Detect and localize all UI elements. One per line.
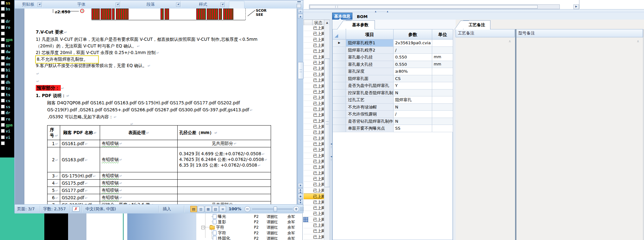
scroll-caret-icon[interactable]: ∧ (637, 39, 639, 43)
grid-header-param[interactable]: 参数 (394, 29, 432, 40)
status-row[interactable]: 已上网 (304, 234, 324, 240)
row-selector[interactable] (333, 111, 346, 118)
param-value-cell[interactable]: 2v35619pa0.cvia (394, 40, 432, 47)
param-value-cell[interactable]: / (394, 47, 432, 54)
next-page-icon[interactable]: ▼▼ (298, 199, 303, 204)
status-row[interactable]: 已上网 (304, 182, 324, 188)
param-grid-row[interactable]: 控深盲孔是否阻焊塞孔制作N (333, 89, 453, 97)
layer-checkbox-icon[interactable] (1, 68, 5, 72)
status-row[interactable]: 已上网 (304, 118, 324, 124)
insert-mode[interactable]: 插入 (163, 205, 171, 213)
layer-item[interactable]: bi (6, 68, 10, 73)
layer-item[interactable]: gpm (6, 37, 13, 43)
status-row[interactable]: 已上网 (304, 136, 324, 141)
param-unit-cell[interactable] (432, 68, 453, 75)
ribbon-group-paragraph[interactable]: 段落 (121, 2, 180, 7)
param-unit-cell[interactable] (432, 125, 453, 132)
param-grid-row[interactable]: 阻焊塞孔程序2/ (333, 47, 453, 54)
param-value-cell[interactable]: N (394, 118, 432, 125)
status-row[interactable]: 已上网 (304, 176, 324, 182)
scroll-right-arrow-icon[interactable]: ▶ (573, 4, 579, 9)
layer-checkbox-icon[interactable] (1, 117, 5, 121)
param-grid-row[interactable]: 阻焊塞孔面CS (333, 75, 453, 83)
param-grid-row[interactable]: 单面开窗不掏曝光点SS (333, 125, 453, 132)
param-grid-row[interactable]: 不允许有绿油帽N (333, 104, 453, 111)
param-value-cell[interactable]: 0.550 (394, 54, 432, 61)
splitter-grip-icon[interactable]: ▲ ········· ▲ (375, 10, 388, 12)
status-row[interactable]: 已上网 (304, 89, 324, 95)
status-row[interactable]: 已上网 (304, 43, 324, 48)
row-selector[interactable] (333, 82, 346, 89)
layer-item[interactable]: dw (6, 49, 10, 55)
status-row[interactable]: 已上网 (304, 66, 324, 71)
param-name-cell[interactable]: 控深盲孔是否阻焊塞孔制作 (346, 89, 394, 97)
param-value-cell[interactable]: Y (394, 82, 432, 89)
status-row[interactable]: 已上网 (304, 200, 324, 205)
tree-row[interactable]: −字符P2谭丽红佘军 (196, 225, 302, 230)
status-column-header[interactable]: 状态 (312, 20, 325, 26)
status-row[interactable]: 已上网 (304, 194, 324, 199)
status-row[interactable]: 已上网 (304, 170, 324, 176)
tab-process-notes[interactable]: 工艺备注 (463, 20, 490, 29)
param-unit-cell[interactable] (432, 104, 453, 111)
page-indicator[interactable]: 页面: 3/7 (17, 205, 35, 213)
layer-item[interactable]: to (6, 86, 10, 91)
grid-header-item[interactable]: 项目 (346, 29, 394, 40)
status-row[interactable]: 已上网 (304, 223, 324, 228)
param-unit-cell[interactable] (432, 111, 453, 118)
tree-row[interactable]: 显影P2谭丽红佘军 (196, 219, 302, 225)
select-browse-object-icon[interactable]: ● (298, 194, 303, 199)
draft-view-button[interactable]: ≡ (219, 206, 226, 212)
row-selector[interactable] (333, 89, 346, 97)
param-grid-row[interactable]: 塞孔最大孔径0.550mm (333, 61, 453, 68)
empty-tab[interactable] (229, 1, 244, 9)
row-selector[interactable] (333, 54, 346, 61)
row-selector[interactable] (333, 96, 346, 104)
layer-checkbox-icon[interactable] (1, 50, 5, 53)
param-value-cell[interactable]: N (394, 89, 432, 97)
layer-checkbox-icon[interactable] (1, 7, 5, 11)
param-name-cell[interactable]: 是否为盘中孔阻焊塞孔 (346, 82, 394, 89)
layer-checkbox-icon[interactable] (1, 38, 5, 41)
layer-item[interactable]: d (6, 74, 8, 79)
zoom-level[interactable]: 100% (229, 205, 241, 213)
layer-item[interactable]: cv (6, 43, 10, 49)
layer-checkbox-icon[interactable] (1, 80, 5, 84)
status-row[interactable]: 已上网 (304, 211, 324, 217)
param-name-cell[interactable]: 阻焊塞孔面 (346, 75, 394, 83)
layer-item[interactable]: ss (6, 1, 10, 6)
tree-row[interactable]: 终固化P2谭丽红佘军 (196, 236, 302, 240)
layer-checkbox-icon[interactable] (1, 74, 5, 78)
previous-page-icon[interactable]: ▲▲ (298, 188, 303, 194)
param-name-cell[interactable]: 不允许假性露铜 (346, 111, 394, 118)
word-count[interactable]: 字数: 2,357 (43, 205, 66, 213)
status-row[interactable]: 已上网 (304, 141, 324, 147)
dialog-launcher-icon[interactable]: ◢ (220, 3, 224, 7)
status-row[interactable]: 已上网 (304, 48, 324, 54)
layer-checkbox-icon[interactable] (1, 56, 5, 60)
status-row[interactable]: 已上网 (304, 101, 324, 107)
param-unit-cell[interactable] (432, 82, 453, 89)
status-row[interactable]: 已上网 (304, 130, 324, 135)
layer-item[interactable]: ss (6, 104, 10, 110)
tree-row[interactable]: 曝光P2谭丽红佘军 (196, 214, 302, 219)
layer-checkbox-icon[interactable] (1, 111, 5, 114)
layer-checkbox-icon[interactable] (1, 62, 5, 66)
scrollbar-thumb[interactable] (298, 62, 304, 79)
ruler-toggle-icon[interactable]: ≡ (298, 9, 303, 13)
status-row[interactable]: 已上网 (304, 153, 324, 159)
param-unit-cell[interactable] (432, 47, 453, 54)
tree-item-label[interactable]: 字符 (216, 225, 224, 230)
row-selector[interactable] (333, 61, 346, 68)
web-layout-view-button[interactable]: ▦ (205, 206, 212, 212)
param-grid-row[interactable]: 塞孔最小孔径0.550mm (333, 54, 453, 61)
row-selector[interactable] (333, 47, 346, 54)
status-row[interactable]: 已上网 (304, 31, 324, 37)
dialog-launcher-icon[interactable]: ◢ (176, 3, 180, 7)
app-horizontal-scrollbar[interactable] (309, 4, 560, 9)
param-value-cell[interactable]: ≥80% (394, 68, 432, 75)
layer-checkbox-icon[interactable] (1, 1, 5, 5)
status-row[interactable]: 已上网 (304, 54, 324, 60)
ribbon-group-styles[interactable]: 样式 (181, 2, 225, 7)
tab-bom[interactable]: BOM (356, 14, 369, 20)
